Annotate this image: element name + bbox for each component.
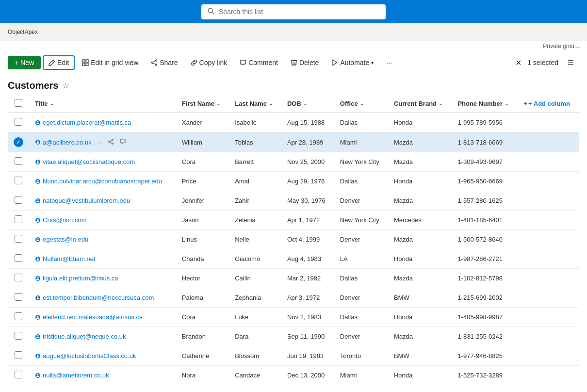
row-checkbox-cell	[8, 269, 29, 288]
deselect-button[interactable]: ✕	[513, 56, 523, 69]
row-email-link[interactable]: est.tempor.bibendum@neccursusa.com	[35, 294, 170, 301]
row-cell: Price	[176, 172, 229, 191]
col-add[interactable]: ++ Add column	[518, 95, 579, 113]
row-cell: Mazda	[388, 230, 452, 249]
row-checkbox[interactable]	[15, 332, 22, 340]
row-email-cell: Nunc.pulvinar.arcu@conubianostraper.edu	[29, 172, 176, 191]
row-cell: Cora	[176, 152, 229, 172]
row-checkbox[interactable]	[15, 157, 22, 165]
row-cell: Dallas	[334, 308, 388, 327]
row-cell: 1-215-699-2002	[452, 288, 518, 308]
col-brand[interactable]: Current Brand⌄	[388, 95, 452, 113]
comment-button[interactable]: Comment	[234, 55, 283, 70]
row-email-link[interactable]: natoque@vestibulumlorem.edu	[35, 197, 170, 204]
table-row: ligula.elit.pretium@risus.caHectorCailin…	[8, 269, 579, 288]
search-box[interactable]	[201, 4, 386, 19]
row-email-link[interactable]: augue@luctuslobortisClass.co.uk	[35, 352, 170, 359]
col-lastname[interactable]: Last Name⌄	[229, 95, 281, 113]
row-addcol-cell	[518, 327, 579, 346]
row-email-link[interactable]: Nullam@Etiam.net	[35, 255, 170, 262]
row-checkbox-cell	[8, 113, 29, 132]
col-phone[interactable]: Phone Number⌄	[452, 95, 518, 113]
row-email-link[interactable]: eleifend.nec.malesuada@atrisus.ca	[35, 313, 170, 321]
automate-button[interactable]: Automate ▾	[326, 55, 379, 70]
row-checkbox[interactable]	[15, 118, 22, 126]
row-email-link[interactable]: Nunc.pulvinar.arcu@conubianostraper.edu	[35, 178, 170, 185]
row-email-link[interactable]: ligula.elit.pretium@risus.ca	[35, 275, 170, 282]
row-email-link[interactable]: vitae.aliquet@sociisnatoque.com	[35, 158, 170, 165]
select-all-checkbox[interactable]	[15, 99, 22, 107]
row-checkbox[interactable]	[15, 293, 22, 301]
svg-rect-4	[82, 63, 85, 65]
toolbar-overflow-button[interactable]: ☰	[562, 55, 579, 70]
col-dob[interactable]: DOB⌄	[281, 95, 334, 113]
delete-button[interactable]: Delete	[285, 55, 324, 70]
row-cell: Brandon	[176, 327, 229, 346]
svg-point-28	[37, 218, 39, 220]
row-cell: Denver	[334, 288, 388, 308]
row-cell: Zephania	[229, 288, 281, 308]
favorite-star-icon[interactable]: ☆	[62, 81, 69, 90]
share-button[interactable]: Share	[146, 55, 183, 70]
row-cell: William	[176, 132, 229, 152]
col-firstname[interactable]: First Name⌄	[176, 95, 229, 113]
row-checkbox[interactable]	[15, 177, 22, 184]
row-cell: Isabelle	[229, 113, 281, 132]
edit-button[interactable]: Edit	[43, 55, 75, 70]
row-cell: Mazda	[388, 191, 452, 211]
search-input[interactable]	[219, 8, 380, 16]
svg-point-36	[37, 296, 39, 297]
row-addcol-cell	[518, 132, 579, 152]
row-email-cell: augue@luctuslobortisClass.co.uk	[29, 346, 176, 366]
row-email-cell: eget.dictum.placerat@mattis.ca	[29, 113, 176, 132]
row-addcol-cell	[518, 346, 579, 366]
row-checkbox[interactable]	[15, 371, 22, 378]
row-checkbox[interactable]	[15, 254, 22, 262]
table-row: Nunc.pulvinar.arcu@conubianostraper.eduP…	[8, 172, 579, 191]
row-checkbox[interactable]	[15, 235, 22, 243]
new-button[interactable]: + New	[8, 56, 41, 69]
row-email-link[interactable]: tristique.aliquet@neque.co.uk	[35, 333, 170, 340]
row-checkbox-cell	[8, 230, 29, 249]
table-body: eget.dictum.placerat@mattis.caXanderIsab…	[8, 113, 579, 385]
copy-link-button[interactable]: Copy link	[185, 55, 233, 70]
row-email-link[interactable]: eget.dictum.placerat@mattis.ca	[35, 119, 170, 126]
svg-point-6	[156, 60, 157, 61]
row-cell: Honda	[388, 172, 452, 191]
row-checkbox-cell	[8, 152, 29, 172]
row-cell: Dallas	[334, 113, 388, 132]
col-title[interactable]: Title⌄	[29, 95, 176, 113]
svg-line-10	[153, 63, 156, 65]
row-cell: Catherine	[176, 346, 229, 366]
row-checked-icon[interactable]: ✓	[14, 137, 23, 147]
row-share-btn[interactable]	[106, 138, 116, 147]
row-checkbox[interactable]	[15, 274, 22, 281]
row-email-link[interactable]: a@aclibero.co.uk	[35, 139, 92, 146]
svg-point-13	[37, 121, 39, 122]
row-checkbox[interactable]	[15, 215, 22, 223]
row-checkbox[interactable]	[15, 351, 22, 359]
col-office[interactable]: Office⌄	[334, 95, 388, 113]
more-options-button[interactable]: ···	[381, 55, 397, 70]
row-cell: 1-831-255-0242	[452, 327, 518, 346]
row-comment-btn[interactable]	[118, 138, 128, 147]
row-checkbox[interactable]	[15, 312, 22, 320]
row-cell: 1-995-789-5956	[452, 113, 518, 132]
search-icon	[207, 7, 215, 16]
table-row: vitae.aliquet@sociisnatoque.comCoraBarre…	[8, 152, 579, 172]
row-email-link[interactable]: nulla@ametlorem.co.uk	[35, 372, 170, 379]
svg-line-20	[110, 142, 113, 143]
row-addcol-cell	[518, 308, 579, 327]
row-cell: Dec 13, 2000	[281, 366, 334, 385]
toolbar: + New Edit Edit in grid view Share	[0, 51, 587, 74]
row-cell: Zahir	[229, 191, 281, 211]
row-email-link[interactable]: egestas@in.edu	[35, 236, 170, 243]
row-addcol-cell	[518, 269, 579, 288]
table-row: tristique.aliquet@neque.co.ukBrandonDara…	[8, 327, 579, 346]
edit-grid-button[interactable]: Edit in grid view	[77, 55, 144, 70]
svg-rect-5	[86, 63, 88, 65]
row-email-link[interactable]: Cras@non.com	[35, 216, 170, 224]
row-more-btn[interactable]: ···	[96, 138, 105, 147]
header-checkbox-cell	[8, 95, 29, 113]
row-checkbox[interactable]	[15, 196, 22, 204]
